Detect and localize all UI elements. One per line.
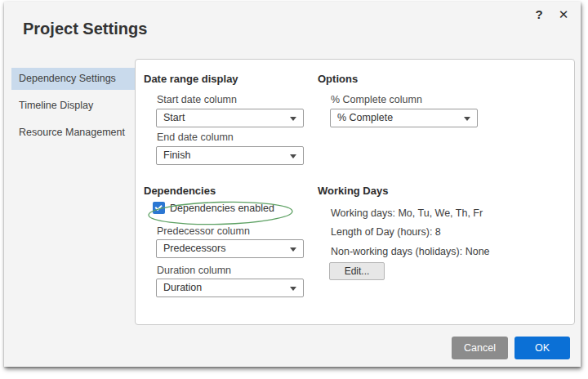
ok-button[interactable]: OK [514, 337, 570, 359]
page-title: Project Settings [23, 20, 147, 38]
working-days-value: Working days: Mo, Tu, We, Th, Fr [331, 207, 483, 219]
checkmark-icon [155, 203, 163, 210]
start-date-column-value: Start [163, 112, 185, 123]
non-working-days-value: Non-working days (holidays): None [331, 246, 490, 257]
percent-complete-column-value: % Complete [337, 112, 393, 123]
section-heading-working-days: Working Days [318, 185, 388, 197]
chevron-down-icon [290, 247, 296, 252]
percent-complete-column-dropdown[interactable]: % Complete [330, 109, 478, 127]
duration-column-label: Duration column [157, 265, 231, 276]
sidebar-item-resource-management[interactable]: Resource Management [11, 122, 136, 144]
dependencies-enabled-label: Dependencies enabled [170, 203, 274, 214]
help-icon[interactable]: ? [532, 7, 546, 22]
settings-panel: Date range display Start date column Sta… [135, 59, 575, 325]
close-icon[interactable]: ✕ [556, 7, 571, 22]
edit-working-days-button[interactable]: Edit... [329, 262, 385, 280]
section-heading-dependencies: Dependencies [144, 185, 216, 197]
predecessor-column-value: Predecessors [163, 243, 225, 254]
end-date-column-value: Finish [163, 149, 190, 161]
sidebar-item-dependency-settings[interactable]: Dependency Settings [11, 68, 136, 90]
percent-complete-column-label: % Complete column [331, 94, 422, 105]
chevron-down-icon [290, 287, 296, 291]
chevron-down-icon [464, 117, 470, 121]
duration-column-dropdown[interactable]: Duration [156, 279, 304, 297]
predecessor-column-dropdown[interactable]: Predecessors [156, 239, 304, 258]
end-date-column-label: End date column [157, 132, 234, 143]
section-heading-options: Options [318, 73, 358, 85]
section-heading-date-range: Date range display [144, 73, 238, 85]
checkbox-checked-icon[interactable] [153, 202, 165, 214]
project-settings-dialog: ? ✕ Project Settings Dependency Settings… [4, 2, 581, 367]
window-controls: ? ✕ [532, 7, 571, 22]
length-of-day-value: Length of Day (hours): 8 [331, 226, 441, 238]
predecessor-column-label: Predecessor column [157, 225, 250, 237]
settings-sidebar: Dependency Settings Timeline Display Res… [11, 68, 136, 149]
dependencies-enabled-checkbox[interactable]: Dependencies enabled [153, 202, 274, 214]
chevron-down-icon [290, 154, 296, 158]
duration-column-value: Duration [163, 282, 202, 293]
sidebar-item-timeline-display[interactable]: Timeline Display [11, 95, 136, 117]
start-date-column-label: Start date column [157, 94, 237, 105]
chevron-down-icon [290, 117, 296, 121]
cancel-button[interactable]: Cancel [452, 337, 508, 359]
end-date-column-dropdown[interactable]: Finish [156, 146, 304, 165]
start-date-column-dropdown[interactable]: Start [156, 109, 304, 127]
